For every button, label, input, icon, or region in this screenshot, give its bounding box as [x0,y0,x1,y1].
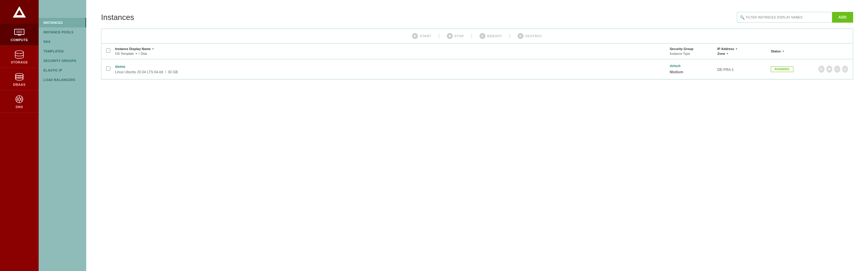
main-content: Instances 🔍 ADD START | STOP [86,0,868,271]
header-security-col: Security Group Instance Type [670,47,717,55]
svg-point-4 [15,51,24,54]
header-checkbox-col [106,49,115,54]
instance-name-link[interactable]: demo [115,64,670,69]
row-checkbox[interactable] [106,66,110,71]
page-title: Instances [101,13,134,22]
compute-icon [14,29,25,36]
header-name-col: Instance Display Name ▼ OS Template ▼ / … [115,47,670,55]
sidebar-item-sks[interactable]: SKS [39,37,86,47]
row-ip-col: DE-FRA-1 [717,66,771,72]
icon-sidebar: COMPUTE STORAGE DBAAS [0,0,39,271]
row-security-col: default Medium [670,64,717,74]
svg-line-14 [17,97,18,99]
svg-rect-1 [17,30,22,33]
svg-marker-18 [414,35,416,37]
security-group-link[interactable]: default [670,64,717,67]
filter-input[interactable] [737,12,832,23]
os-sort-icon[interactable]: ▼ [135,52,137,55]
row-actions-col: ↺ [818,65,848,73]
row-instance-type: Medium [670,70,717,74]
stop-action[interactable]: STOP [441,32,470,40]
svg-line-17 [17,100,18,102]
row-start-button[interactable] [818,65,825,73]
row-name-col: demo Linux Ubuntu 20.04 LTS 64-bit / 30 … [115,64,670,74]
logo-icon [13,6,26,18]
reboot-icon: ↺ [479,33,486,39]
svg-text:↺: ↺ [836,68,838,71]
nav-label-storage: STORAGE [11,60,28,64]
destroy-action[interactable]: ✕ DESTROY [512,32,548,40]
row-status-col: RUNNING [771,66,818,72]
row-stop-button[interactable] [826,65,833,73]
sep-1: | [437,33,441,39]
svg-line-16 [21,97,22,99]
svg-marker-22 [820,68,822,70]
svg-text:✕: ✕ [519,34,522,37]
svg-rect-23 [829,68,830,70]
nav-label-dns: DNS [16,105,23,109]
start-action[interactable]: START [406,32,437,40]
status-badge: RUNNING [771,66,794,72]
header-actions: 🔍 ADD [737,12,854,23]
sidebar-item-elastic-ip[interactable]: ELASTIC IP [39,65,86,75]
ip-sort-icon[interactable]: ▼ [736,48,738,50]
row-reboot-button[interactable]: ↺ [834,65,840,73]
sidebar-item-load-balancers[interactable]: LOAD BALANCERS [39,75,86,85]
page-header: Instances 🔍 ADD [86,0,868,29]
destroy-icon: ✕ [518,33,524,39]
nav-item-compute[interactable]: COMPUTE [0,24,39,46]
logo-area[interactable] [0,0,39,24]
sep-2: | [470,33,473,39]
instances-table: START | STOP | ↺ REBOOT | ✕ DES [101,29,853,80]
nav-label-compute: COMPUTE [11,38,28,42]
search-icon: 🔍 [740,15,745,20]
sidebar-item-templates[interactable]: TEMPLATES [39,47,86,56]
sep-3: | [508,33,512,39]
svg-text:↺: ↺ [481,35,484,37]
instance-os: Linux Ubuntu 20.04 LTS 64-bit / 30 GB [115,70,670,74]
select-all-checkbox[interactable] [106,49,110,53]
sidebar-item-instance-pools[interactable]: INSTANCE POOLS [39,27,86,37]
reboot-action[interactable]: ↺ REBOOT [473,32,508,40]
row-zone: DE-FRA-1 [717,67,771,72]
nav-item-dbaas[interactable]: DBAAS [0,68,39,90]
nav-item-storage[interactable]: STORAGE [0,46,39,68]
zone-sort-icon[interactable]: ▼ [726,52,728,55]
stop-icon [447,33,453,39]
svg-line-15 [21,100,22,102]
row-checkbox-col [106,66,115,72]
start-icon [412,33,418,39]
storage-icon [14,50,24,59]
table-header: Instance Display Name ▼ OS Template ▼ / … [101,44,853,59]
name-sort-icon[interactable]: ▼ [152,48,154,50]
header-status-col: Status ▼ [771,49,818,53]
sidebar-item-security-groups[interactable]: SECURITY GROUPS [39,56,86,65]
row-destroy-button[interactable] [842,65,848,73]
sidebar-item-instances[interactable]: INSTANCES [39,18,86,27]
dbaas-icon [14,73,24,81]
toolbar-row: START | STOP | ↺ REBOOT | ✕ DES [101,29,853,44]
filter-input-wrap: 🔍 [737,12,832,23]
add-button[interactable]: ADD [832,12,854,23]
header-os-sub: OS Template ▼ / Disk [115,52,670,55]
status-sort-icon[interactable]: ▼ [782,50,784,53]
secondary-sidebar: INSTANCES INSTANCE POOLS SKS TEMPLATES S… [39,0,86,271]
svg-rect-19 [449,35,451,37]
svg-point-9 [18,98,21,100]
table-row: demo Linux Ubuntu 20.04 LTS 64-bit / 30 … [101,59,853,79]
nav-item-dns[interactable]: DNS [0,90,39,113]
nav-label-dbaas: DBAAS [13,83,26,86]
header-ip-col: IP Address ▼ Zone ▼ [717,47,771,55]
dns-icon [14,95,24,103]
